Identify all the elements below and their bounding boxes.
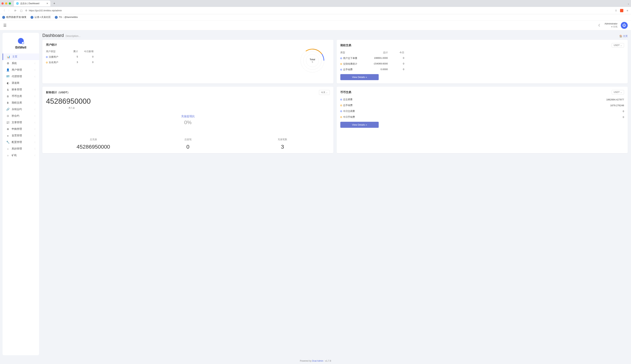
globe-icon: 🌐 [16, 2, 19, 5]
menu-icon: B [6, 95, 10, 98]
user-stats-card: 用户统计 用户类型 累计 今日新增 注册用户50实名用户30 [42, 40, 334, 84]
sidebar-item-申购管理[interactable]: ⊕申购管理〈 [2, 126, 39, 132]
chevron-icon: 〈 [34, 62, 36, 65]
bullet-icon [340, 99, 342, 100]
menu-label: 币币交易 [12, 94, 22, 98]
chevron-icon: 〈 [34, 154, 36, 157]
bullet-icon [340, 116, 342, 118]
avatar[interactable]: ⏻ [621, 22, 628, 29]
stat-column: 充值笔数3 [235, 138, 330, 150]
currency-dropdown[interactable]: USDT [612, 43, 624, 48]
menu-label: 矿机 [12, 154, 17, 157]
sidebar-item-配置管理[interactable]: 🔧配置管理〈 [2, 139, 39, 146]
chevron-icon: 〈 [34, 75, 36, 78]
admin-status: 在线 [604, 25, 618, 28]
footer: Powered by Dcat Admin · v1.7.8 [0, 358, 631, 364]
share-icon[interactable]: ⇪ [614, 9, 618, 12]
menu-label: 申购管理 [12, 128, 22, 131]
view-details-button[interactable]: View Details [340, 74, 379, 80]
stat-label: 充值笔数 [235, 138, 330, 141]
sidebar-item-系统[interactable]: ⚙系统〈 [2, 60, 39, 67]
ratio-value: 0% [46, 120, 330, 126]
menu-label: 系统 [12, 62, 17, 65]
tabbar-chevron-icon[interactable]: ⌄ [627, 2, 630, 5]
menu-label: 首页管理 [12, 134, 22, 137]
menu-label: 用户管理 [12, 68, 22, 72]
donut-value: 5 [310, 61, 315, 63]
admin-name: Administrator [604, 22, 618, 25]
list-item: 总交易量1862664.427977 [340, 96, 624, 102]
chevron-icon: 〈 [34, 108, 36, 111]
bullet-icon [340, 104, 342, 106]
brand-icon [18, 38, 24, 44]
bookmark-favicon [55, 16, 58, 19]
hamburger-icon[interactable]: ☰ [3, 23, 6, 28]
sidebar-item-渠道商[interactable]: ◐渠道商 [2, 80, 39, 86]
sidebar-item-永续合约[interactable]: 🔗永续合约〈 [2, 106, 39, 113]
url-field[interactable]: ⚙ https://jys102.timibbs.vip/admin [25, 9, 612, 12]
menu-icon: ◐ [6, 82, 10, 85]
window-min-icon[interactable] [5, 2, 7, 4]
menu-icon: 🔗 [6, 108, 10, 111]
brand-logo[interactable]: BitWell [2, 35, 39, 54]
chevron-icon: 〈 [34, 95, 36, 98]
menu-icon: ฿ [6, 101, 10, 104]
sidebar-item-期权交易[interactable]: ฿期权交易〈 [2, 100, 39, 106]
new-tab-button[interactable]: + [52, 2, 57, 6]
bookmark-favicon [2, 16, 5, 19]
brand-text: BitWell [2, 46, 39, 50]
sidebar-item-矿机[interactable]: ○矿机〈 [2, 152, 39, 159]
period-dropdown[interactable]: 今天 [319, 90, 330, 95]
footer-link[interactable]: Dcat Admin [312, 360, 323, 362]
url-text: https://jys102.timibbs.vip/admin [29, 9, 62, 12]
table-row: 交割结果统计-154069.60000 [340, 61, 624, 67]
list-item: 今日手续费0 [340, 114, 624, 120]
window-close-icon[interactable] [2, 2, 4, 4]
menu-icon[interactable]: ≡ [626, 9, 629, 12]
menu-icon: ⊙ [6, 114, 10, 118]
admin-dropdown[interactable]: Administrator 在线 [604, 22, 618, 28]
dark-mode-toggle[interactable]: ☾ [598, 23, 601, 28]
sidebar-item-文章管理[interactable]: 📰文章管理〈 [2, 119, 39, 126]
card-title: 用户统计 [46, 43, 57, 46]
sidebar-item-秒合约[interactable]: ⊙秒合约〈 [2, 113, 39, 119]
menu-label: 期权交易 [12, 101, 22, 104]
reload-button[interactable]: ⟳ [14, 9, 17, 12]
sidebar-item-代理管理[interactable]: 🪪代理管理〈 [2, 73, 39, 80]
bookmark-icon[interactable]: ▢ [19, 9, 23, 12]
view-details-button[interactable]: View Details [340, 122, 379, 128]
sidebar-item-财务管理[interactable]: $财务管理〈 [2, 86, 39, 93]
bookmark-item[interactable]: 程序搭建/开发/修复 [2, 16, 26, 19]
menu-icon: ⚙ [6, 62, 10, 65]
card-title: 币币交易 [340, 90, 351, 94]
bookmark-item[interactable]: TG：@tianmeibbs [55, 16, 78, 19]
site-settings-icon[interactable]: ⚙ [25, 9, 28, 12]
brave-shield-icon[interactable] [620, 9, 623, 12]
chevron-icon: 〈 [34, 88, 36, 91]
menu-label: 配置管理 [12, 140, 22, 144]
finance-stats-card: 财务统计（USDT） 今天 45286950000 净入金 充值提现比 0% 总… [42, 87, 334, 153]
currency-dropdown[interactable]: USDT [612, 90, 624, 94]
back-button[interactable]: 〈 [2, 9, 6, 12]
browser-tab[interactable]: 🌐 总后台 | Dashboard ✕ [14, 0, 50, 6]
sidebar-item-风控管理[interactable]: ○风控管理〈 [2, 146, 39, 152]
sidebar-item-主页[interactable]: 📊主页 [2, 54, 39, 60]
menu-label: 主页 [12, 55, 17, 58]
stat-value: 45286950000 [46, 144, 140, 150]
table-row: 总手续费0.00000 [340, 67, 624, 72]
stat-label: 总充值 [46, 138, 140, 141]
sidebar-item-首页管理[interactable]: ≡首页管理〈 [2, 132, 39, 139]
card-title: 财务统计（USDT） [46, 91, 70, 94]
chevron-icon: 〈 [34, 69, 36, 72]
bookmark-item[interactable]: 认准->天美社区 [30, 16, 51, 19]
window-max-icon[interactable] [9, 2, 11, 4]
list-item: 今日交易量0 [340, 108, 624, 114]
bullet-icon [340, 69, 342, 70]
breadcrumb[interactable]: 🏠 主页 [619, 34, 628, 38]
chevron-icon: 〈 [34, 115, 36, 118]
sidebar-item-币币交易[interactable]: B币币交易〈 [2, 93, 39, 100]
bookmarks-bar: 程序搭建/开发/修复 认准->天美社区 TG：@tianmeibbs [0, 14, 631, 20]
menu-label: 风控管理 [12, 147, 22, 150]
sidebar-item-用户管理[interactable]: 👤用户管理〈 [2, 67, 39, 73]
tab-close-icon[interactable]: ✕ [46, 2, 48, 5]
